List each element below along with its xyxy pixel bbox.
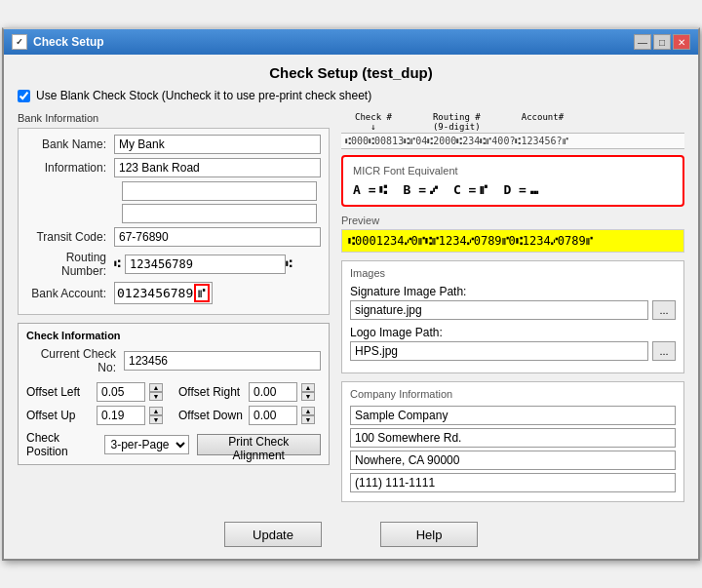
logo-input[interactable] <box>350 341 648 361</box>
micr-b-value: ⑇ <box>430 182 438 197</box>
bank-name-input[interactable] <box>114 135 321 154</box>
signature-input-row: ... <box>350 300 676 320</box>
information-row: Information: <box>26 158 321 177</box>
micr-a-value: ⑆ <box>379 182 387 197</box>
company-section: Company Information <box>341 381 684 502</box>
transit-input[interactable] <box>114 227 321 247</box>
minimize-button[interactable]: — <box>634 34 651 50</box>
routing-suffix: ⑆ <box>286 258 292 270</box>
routing-label: Routing Number: <box>26 251 114 278</box>
micr-c-value: ⑈ <box>480 182 488 197</box>
routing-hash-label: Routing # <box>433 112 481 122</box>
current-check-row: Current Check No: <box>26 347 321 374</box>
micr-diagram-text: ⑆000⑆00813⑆⑈04⑆2000⑆234⑆⑈400?⑆123456?⑈ <box>345 136 568 146</box>
blank-check-checkbox[interactable] <box>18 90 30 102</box>
check-position-select[interactable]: 3-per-Page 1-per-Page 2-per-Page <box>104 435 189 454</box>
offset-left-input[interactable] <box>97 382 145 402</box>
routing-prefix: ⑆ <box>114 258 121 270</box>
current-check-label: Current Check No: <box>26 347 124 374</box>
offset-up-input[interactable] <box>97 406 145 425</box>
main-window: ✓ Check Setup — □ ✕ Check Setup (test_du… <box>2 27 700 561</box>
offset-left-up[interactable]: ▲ <box>149 383 163 392</box>
offset-up-down[interactable]: ▼ <box>149 415 163 424</box>
offset-down-down[interactable]: ▼ <box>301 415 315 424</box>
routing-row: Routing Number: ⑆ ⑆ <box>26 251 321 278</box>
routing-input[interactable] <box>125 255 286 274</box>
offset-right-down[interactable]: ▼ <box>301 392 315 401</box>
micr-diagram: ⑆000⑆00813⑆⑈04⑆2000⑆234⑆⑈400?⑆123456?⑈ <box>341 133 684 149</box>
images-title: Images <box>350 267 676 279</box>
check-info-title: Check Information <box>26 330 321 341</box>
print-alignment-button[interactable]: Print Check Alignment <box>197 434 322 455</box>
offset-left-down[interactable]: ▼ <box>149 392 163 401</box>
routing-sublabel: (9-digit) <box>433 122 481 132</box>
micr-d-label: D = <box>503 182 526 197</box>
main-row: Bank Information Bank Name: Information: <box>18 112 684 502</box>
offset-right-spinner: ▲ ▼ <box>301 383 315 401</box>
signature-row: Signature Image Path: ... <box>350 285 676 320</box>
bottom-bar: Update Help <box>4 512 698 559</box>
micr-box: MICR Font Equivalent A = ⑆ B = ⑇ C = ⑈ <box>341 155 684 207</box>
company-line4-input[interactable] <box>350 473 676 492</box>
offset-down-spinner: ▲ ▼ <box>301 407 315 424</box>
logo-input-row: ... <box>350 341 676 361</box>
information-label: Information: <box>26 161 114 175</box>
offset-grid: Offset Left ▲ ▼ Offset Right ▲ <box>26 382 321 425</box>
offset-down-input[interactable] <box>249 406 297 425</box>
bank-name-row: Bank Name: <box>26 135 321 154</box>
checkno-col: Check # ↓ <box>355 112 392 132</box>
account-text: 0123456789 <box>117 286 193 300</box>
checkno-label: Check # <box>355 112 392 122</box>
logo-label: Logo Image Path: <box>350 326 676 339</box>
transit-row: Transit Code: <box>26 227 321 247</box>
preview-label: Preview <box>341 215 684 226</box>
logo-row: Logo Image Path: ... <box>350 326 676 361</box>
offset-down-up[interactable]: ▲ <box>301 407 315 415</box>
app-icon: ✓ <box>12 34 27 50</box>
micr-b: B = ⑇ <box>403 182 437 197</box>
routing-col: Routing # (9-digit) <box>433 112 481 132</box>
preview-bar: ⑆0001234⑇0⑈⑆⑈1234⑇0789⑈0⑆1234⑇0789⑈ <box>341 229 684 253</box>
micr-d-value: ⑉ <box>530 182 538 197</box>
check-info-section: Check Information Current Check No: Offs… <box>18 323 330 465</box>
account-col: Account# <box>522 112 564 132</box>
help-button[interactable]: Help <box>380 522 478 547</box>
offset-up-label: Offset Up <box>26 409 93 422</box>
check-position-row: Check Position 3-per-Page 1-per-Page 2-p… <box>26 431 321 458</box>
company-line2-input[interactable] <box>350 428 676 448</box>
close-button[interactable]: ✕ <box>673 34 690 50</box>
maximize-button[interactable]: □ <box>653 34 671 50</box>
title-bar-left: ✓ Check Setup <box>12 34 104 50</box>
company-line3-input[interactable] <box>350 451 676 470</box>
signature-input[interactable] <box>350 300 648 320</box>
title-bar-controls: — □ ✕ <box>634 34 690 50</box>
micr-a: A = ⑆ <box>353 182 387 197</box>
micr-d: D = ⑉ <box>503 182 537 197</box>
information-input1[interactable] <box>114 158 321 177</box>
offset-right-label: Offset Right <box>178 385 245 399</box>
account-row: Bank Account: 0123456789 ⑈ <box>26 282 321 304</box>
micr-c: C = ⑈ <box>453 182 488 197</box>
logo-browse-button[interactable]: ... <box>652 341 676 361</box>
offset-right-input[interactable] <box>249 382 297 402</box>
offset-down-item: Offset Down ▲ ▼ <box>178 406 321 425</box>
account-hash-label: Account# <box>522 112 564 122</box>
information-input3[interactable] <box>122 204 317 223</box>
offset-down-label: Offset Down <box>178 409 245 422</box>
offset-up-spinner: ▲ ▼ <box>149 407 163 424</box>
images-section: Images Signature Image Path: ... Logo Im… <box>341 260 684 373</box>
micr-c-label: C = <box>453 182 476 197</box>
current-check-input[interactable] <box>124 351 321 371</box>
offset-up-up[interactable]: ▲ <box>149 407 163 415</box>
preview-section: Preview ⑆0001234⑇0⑈⑆⑈1234⑇0789⑈0⑆1234⑇07… <box>341 215 684 253</box>
offset-right-up[interactable]: ▲ <box>301 383 315 392</box>
main-content: Check Setup (test_dup) Use Blank Check S… <box>4 55 698 512</box>
update-button[interactable]: Update <box>224 522 322 547</box>
account-micr-highlight: ⑈ <box>194 284 210 302</box>
company-line1-input[interactable] <box>350 406 676 425</box>
signature-label: Signature Image Path: <box>350 285 676 298</box>
signature-browse-button[interactable]: ... <box>652 300 676 320</box>
title-bar-text: Check Setup <box>33 35 104 49</box>
information-input2[interactable] <box>122 181 317 201</box>
title-bar: ✓ Check Setup — □ ✕ <box>4 29 698 55</box>
